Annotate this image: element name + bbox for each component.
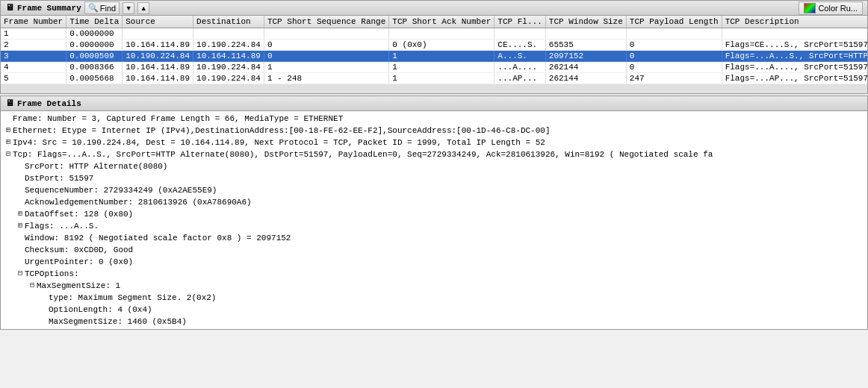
detail-text: Frame: Number = 3, Captured Frame Length…	[13, 113, 343, 125]
frame-details-title: Frame Details	[17, 99, 81, 108]
table-cell: 2097152	[545, 51, 626, 62]
col-time-delta[interactable]: Time Delta	[66, 16, 123, 28]
detail-text: DataOffset: 128 (0x80)	[25, 208, 133, 220]
table-cell: 10.164.114.89	[123, 40, 193, 51]
detail-line: ⊟ MaxSegmentSize: 1	[4, 280, 864, 292]
frame-details-panel: 🖥 Frame Details Frame: Number = 3, Captu…	[0, 96, 868, 330]
table-cell: 1 - 248	[264, 73, 388, 84]
table-cell: CE....S.	[495, 40, 545, 51]
expand-icon[interactable]: ⊟	[28, 280, 37, 292]
table-cell: Flags=CE....S., SrcPort=51597, DstPort=H…	[722, 40, 867, 51]
horizontal-scrollbar[interactable]	[1, 84, 867, 93]
col-source[interactable]: Source	[123, 16, 193, 28]
up-arrow-icon: ▲	[140, 4, 147, 12]
indent-spacer	[4, 196, 16, 208]
col-frame-number[interactable]: Frame Number	[1, 16, 66, 28]
table-cell: ...AP...	[495, 73, 545, 84]
scroll-up-button[interactable]: ▲	[137, 2, 149, 14]
expand-icon[interactable]: ⊟	[16, 268, 25, 280]
detail-text: TCPOptions:	[25, 268, 79, 280]
table-cell: 1	[389, 51, 495, 62]
indent-spacer	[4, 292, 40, 304]
col-tcp-short-ack[interactable]: TCP Short Ack Number	[389, 16, 495, 28]
indent-spacer	[4, 208, 16, 220]
expand-icon[interactable]: ⊞	[16, 220, 25, 232]
table-cell: 10.190.224.84	[193, 62, 264, 73]
table-cell: 0.0008366	[66, 62, 123, 73]
detail-line: OptionLength: 4 (0x4)	[4, 304, 864, 316]
scroll-down-button[interactable]: ▼	[123, 2, 134, 14]
col-tcp-window[interactable]: TCP Window Size	[545, 16, 626, 28]
detail-line: ⊞ Ipv4: Src = 10.190.224.84, Dest = 10.1…	[4, 137, 864, 148]
table-cell: 247	[626, 73, 722, 84]
col-tcp-desc[interactable]: TCP Description	[722, 16, 867, 28]
table-cell: 1	[264, 62, 388, 73]
table-row[interactable]: 30.000050910.190.224.8410.164.114.8901A.…	[1, 51, 867, 62]
table-cell: 0.0005668	[66, 73, 123, 84]
indent-spacer	[4, 304, 40, 316]
indent-spacer	[4, 172, 16, 184]
detail-text: Ethernet: Etype = Internet IP (IPv4),Des…	[13, 125, 551, 137]
table-cell	[193, 28, 264, 40]
detail-text: OptionLength: 4 (0x4)	[49, 304, 152, 316]
expand-icon[interactable]: ⊞	[16, 208, 25, 220]
detail-line: ⊟ TCPOptions:	[4, 268, 864, 280]
table-cell: 0.0000000	[66, 40, 123, 51]
expand-icon[interactable]: ⊞	[4, 137, 13, 148]
detail-line: SequenceNumber: 2729334249 (0xA2AE55E9)	[4, 184, 864, 196]
expand-icon[interactable]: ⊟	[4, 148, 13, 160]
find-button[interactable]: 🔍 Find	[84, 1, 120, 14]
col-tcp-short-seq[interactable]: TCP Short Sequence Range	[264, 16, 388, 28]
detail-text: AcknowledgementNumber: 2810613926 (0xA78…	[25, 196, 252, 208]
expand-icon[interactable]: ⊞	[4, 125, 13, 137]
table-row[interactable]: 50.000566810.164.114.8910.190.224.841 - …	[1, 73, 867, 84]
detail-text: Window: 8192 ( Negotiated scale factor 0…	[25, 232, 291, 244]
table-cell: 2	[1, 40, 66, 51]
col-tcp-payload[interactable]: TCP Payload Length	[626, 16, 722, 28]
frame-summary-title: Frame Summary	[17, 4, 81, 13]
color-rules-label: Color Ru...	[818, 4, 858, 13]
detail-text: Flags: ...A..S.	[25, 220, 99, 232]
detail-text: Ipv4: Src = 10.190.224.84, Dest = 10.164…	[13, 137, 545, 148]
col-destination[interactable]: Destination	[193, 16, 264, 28]
table-cell: 0	[626, 51, 722, 62]
frame-table: Frame Number Time Delta Source Destinati…	[1, 16, 867, 84]
table-row[interactable]: 10.0000000	[1, 28, 867, 40]
detail-line: MaxSegmentSize: 1460 (0x5B4)	[4, 316, 864, 328]
table-cell: 5	[1, 73, 66, 84]
frame-details-container[interactable]: Frame: Number = 3, Captured Frame Length…	[1, 111, 867, 329]
table-cell	[264, 28, 388, 40]
detail-line: ⊞ Flags: ...A..S.	[4, 220, 864, 232]
detail-text: MaxSegmentSize: 1460 (0x5B4)	[49, 316, 187, 328]
frame-details-header: 🖥 Frame Details	[1, 96, 867, 111]
indent-spacer	[4, 232, 16, 244]
table-cell: 0 (0x0)	[389, 40, 495, 51]
detail-line: Checksum: 0xCD0D, Good	[4, 244, 864, 256]
table-cell	[123, 28, 193, 40]
table-row[interactable]: 20.000000010.164.114.8910.190.224.8400 (…	[1, 40, 867, 51]
table-row[interactable]: 40.000836610.164.114.8910.190.224.8411..…	[1, 62, 867, 73]
color-rules-button[interactable]: Color Ru...	[799, 1, 863, 15]
detail-line: Frame: Number = 3, Captured Frame Length…	[4, 113, 864, 125]
frame-details-toolbar: 🖥 Frame Details	[5, 98, 81, 109]
indent-spacer	[4, 268, 16, 280]
col-tcp-flags[interactable]: TCP Fl...	[495, 16, 545, 28]
detail-text: type: Maximum Segment Size. 2(0x2)	[49, 292, 216, 304]
find-icon: 🔍	[88, 3, 99, 13]
detail-line: DstPort: 51597	[4, 172, 864, 184]
table-cell: 0.0000000	[66, 28, 123, 40]
detail-line: AcknowledgementNumber: 2810613926 (0xA78…	[4, 196, 864, 208]
indent-spacer	[4, 160, 16, 172]
table-cell: 10.164.114.89	[123, 62, 193, 73]
table-cell: 10.164.114.89	[123, 73, 193, 84]
table-cell: 0	[626, 40, 722, 51]
indent-spacer	[4, 256, 16, 268]
detail-line: SrcPort: HTTP Alternate(8080)	[4, 160, 864, 172]
table-cell: 1	[1, 28, 66, 40]
table-cell: 10.164.114.89	[193, 51, 264, 62]
table-cell: 3	[1, 51, 66, 62]
table-cell: Flags=...AP..., SrcPort=51597, DstPort=H…	[722, 73, 867, 84]
frame-table-container[interactable]: Frame Number Time Delta Source Destinati…	[1, 16, 867, 84]
frame-details-icon: 🖥	[5, 98, 14, 109]
table-cell	[389, 28, 495, 40]
